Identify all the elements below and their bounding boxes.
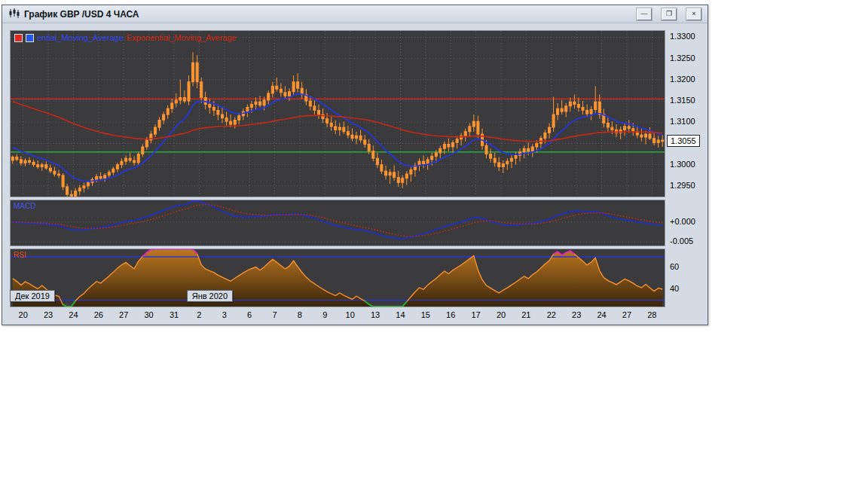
macd-chart[interactable]	[11, 200, 665, 246]
macd-line	[13, 201, 662, 239]
x-axis-label: 14	[396, 310, 405, 319]
rsi-axis-label: 60	[670, 262, 679, 271]
chart-app-icon	[8, 8, 20, 21]
period-marker: Янв 2020	[187, 290, 233, 302]
indicator-legend: ential_Moving_Average Exponential_Moving…	[14, 33, 237, 42]
x-axis-label: 24	[69, 310, 78, 319]
minimize-button[interactable]: —	[637, 8, 652, 20]
titlebar[interactable]: График GBP /USD 4 ЧАСА — ❐ ×	[2, 5, 708, 23]
x-axis-label: 20	[19, 310, 28, 319]
x-axis-label: 16	[446, 310, 455, 319]
chart-area: ential_Moving_Average Exponential_Moving…	[8, 23, 703, 325]
macd-label: MACD	[14, 202, 35, 210]
x-axis-label: 30	[144, 310, 153, 319]
x-axis-label: 31	[170, 310, 179, 319]
x-axis-label: 10	[346, 310, 355, 319]
x-axis-label: 15	[421, 310, 430, 319]
x-axis-label: 26	[94, 310, 103, 319]
x-axis-label: 9	[322, 310, 327, 319]
maximize-button[interactable]: ❐	[662, 8, 677, 20]
x-axis-label: 8	[298, 310, 302, 319]
x-axis-label: 28	[647, 310, 656, 319]
x-axis-label: 24	[597, 310, 606, 319]
rsi-label: RSI	[14, 251, 26, 259]
price-panel[interactable]: ential_Moving_Average Exponential_Moving…	[10, 30, 665, 197]
window-controls: — ❐ ×	[627, 8, 701, 20]
x-axis-label: 22	[547, 310, 556, 319]
x-axis-label: 23	[572, 310, 581, 319]
ma-red-swatch[interactable]	[14, 34, 23, 42]
rsi-chart[interactable]	[11, 249, 665, 307]
x-axis-label: 6	[247, 310, 252, 319]
macd-axis-label: +0.000	[670, 217, 695, 226]
ma-fast-label: ential_Moving_Average	[37, 33, 124, 42]
close-button[interactable]: ×	[686, 8, 701, 20]
candlestick-chart[interactable]	[11, 31, 665, 197]
price-axis-label: 1.3150	[670, 96, 695, 105]
x-axis-label: 27	[119, 310, 128, 319]
x-axis-label: 2	[197, 310, 201, 319]
x-axis-label: 23	[44, 310, 53, 319]
x-axis-label: 7	[272, 310, 277, 319]
current-price-box: 1.3055	[667, 135, 700, 147]
x-axis-label: 13	[371, 310, 380, 319]
price-axis-label: 1.2950	[670, 181, 695, 190]
ma-blue-swatch[interactable]	[26, 34, 34, 42]
ma-slow-label: Exponential_Moving_Average	[127, 33, 237, 42]
price-axis-label: 1.3200	[670, 75, 695, 84]
price-axis-label: 1.3000	[670, 160, 695, 169]
macd-panel[interactable]: MACD	[10, 200, 665, 246]
window-title: График GBP /USD 4 ЧАСА	[24, 9, 627, 20]
chart-window: График GBP /USD 4 ЧАСА — ❐ × ential_Movi…	[2, 5, 708, 325]
period-marker: Дек 2019	[10, 290, 55, 302]
price-axis-label: 1.3300	[670, 32, 695, 41]
price-axis-label: 1.3100	[670, 117, 695, 126]
x-axis-label: 17	[471, 310, 480, 319]
rsi-panel[interactable]: RSI	[10, 249, 665, 307]
rsi-fill	[13, 249, 662, 307]
x-axis-label: 21	[521, 310, 530, 319]
price-axis-label: 1.3250	[670, 53, 695, 63]
rsi-axis-label: 40	[670, 284, 679, 293]
candles	[11, 52, 663, 197]
macd-axis-label: -0.005	[670, 236, 693, 246]
macd-signal-line	[13, 205, 662, 236]
x-axis-label: 20	[497, 310, 506, 319]
x-axis-label: 27	[622, 310, 631, 319]
x-axis-label: 3	[222, 310, 227, 319]
